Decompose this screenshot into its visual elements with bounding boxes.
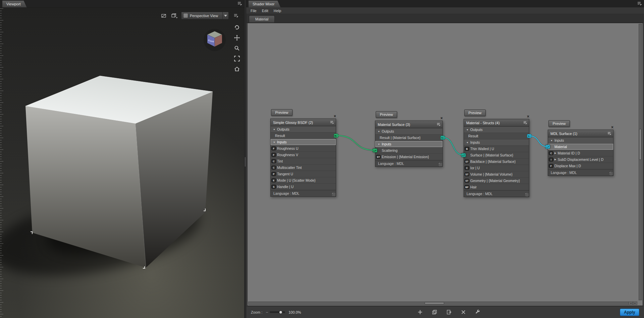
vertical-scrollbar[interactable] — [639, 24, 642, 300]
port-type-badge[interactable]: C — [271, 159, 276, 163]
delete-node-button[interactable] — [461, 309, 467, 315]
pan-tool-button[interactable] — [232, 34, 241, 42]
node-port-row[interactable]: CIor | U — [464, 165, 529, 171]
port-type-badge[interactable]: I — [549, 157, 553, 162]
port-type-badge[interactable]: ST — [461, 153, 466, 157]
expander-icon[interactable]: ▶ — [554, 152, 556, 154]
shader-node[interactable]: ×MDL Surface (1)▼InputsSTMaterialC▶Mater… — [548, 130, 613, 176]
port-type-badge[interactable]: F — [271, 146, 276, 150]
preview-button[interactable]: Preview — [271, 109, 292, 116]
preview-button[interactable]: Preview — [464, 109, 486, 116]
port-type-badge[interactable]: ST — [465, 172, 469, 176]
node-section-row[interactable]: ▼Inputs — [271, 139, 336, 145]
node-section-row[interactable]: ▼Inputs — [375, 141, 442, 147]
viewport-options-menu-icon[interactable] — [232, 12, 240, 19]
node-port-row[interactable]: C▶Material ID | D — [548, 150, 613, 156]
zoom-out-icon[interactable]: − — [266, 310, 268, 315]
panel-menu-icon[interactable] — [637, 1, 642, 6]
camera-view-dropdown[interactable]: Perspective View — [181, 12, 229, 19]
node-title-bar[interactable]: Material - Structs (4) — [464, 119, 529, 127]
close-node-icon[interactable]: × — [611, 125, 613, 129]
node-menu-icon[interactable] — [437, 123, 441, 126]
node-canvas[interactable]: ◂ ▸ Preview×Simple Glossy BSDF (2)▼Outpu… — [247, 23, 643, 306]
scroll-right-button[interactable]: ▸ — [633, 302, 637, 305]
node-menu-icon[interactable] — [607, 132, 611, 135]
view-navigation-cube[interactable]: Front — [200, 24, 229, 53]
port-type-badge[interactable]: P — [271, 172, 276, 176]
expander-icon[interactable]: ▶ — [554, 158, 556, 161]
vertical-scrollbar-handle[interactable] — [639, 129, 641, 160]
port-type-badge[interactable]: E — [271, 178, 276, 182]
node-menu-icon[interactable] — [330, 121, 334, 124]
zoom-slider[interactable] — [270, 311, 285, 313]
shader-node[interactable]: ×Simple Glossy BSDF (2)▼OutputsBFResult▼… — [270, 119, 336, 197]
port-type-badge[interactable]: ST — [440, 136, 445, 140]
node-port-row[interactable]: STGeometry | {Material Geometry} — [464, 178, 529, 184]
horizontal-scrollbar-handle[interactable] — [425, 302, 444, 304]
panel-menu-icon[interactable] — [237, 1, 242, 6]
shader-mixer-tab[interactable]: Shader Mixer — [249, 1, 280, 7]
apply-button[interactable]: Apply — [620, 309, 639, 316]
resize-grip-icon[interactable] — [332, 193, 335, 196]
draw-style-icon[interactable] — [170, 12, 178, 19]
port-type-badge[interactable]: S — [271, 185, 276, 189]
port-type-badge[interactable]: BF — [373, 148, 377, 152]
duplicate-node-button[interactable] — [432, 309, 438, 315]
viewport-tab[interactable]: Viewport — [2, 1, 27, 7]
node-port-row[interactable]: BFScattering — [375, 147, 442, 154]
preview-button[interactable]: Preview — [376, 111, 397, 118]
port-type-badge[interactable]: F — [549, 164, 553, 168]
node-port-row[interactable]: I▶SubD Displacement Level | D — [548, 156, 613, 163]
shader-node[interactable]: ×Material - Structs (4)▼OutputsSTResult▼… — [464, 119, 529, 197]
node-title-bar[interactable]: MDL Surface (1) — [548, 130, 613, 137]
port-type-badge[interactable]: C — [465, 166, 469, 170]
port-type-badge[interactable]: BF — [465, 185, 469, 189]
menu-help[interactable]: Help — [271, 8, 284, 13]
node-title-bar[interactable]: Simple Glossy BSDF (2) — [271, 119, 336, 126]
node-connection-wire[interactable] — [529, 136, 548, 147]
port-type-badge[interactable]: B — [465, 147, 469, 151]
home-tool-button[interactable] — [232, 65, 241, 73]
node-connection-wire[interactable] — [336, 136, 375, 150]
node-port-row[interactable]: BFHair — [464, 184, 529, 190]
port-type-badge[interactable]: ST — [527, 134, 532, 138]
node-port-row[interactable]: STSurface | {Material Surface} — [464, 152, 529, 158]
node-section-row[interactable]: ▼Outputs — [271, 126, 336, 133]
port-type-badge[interactable]: ST — [376, 155, 381, 159]
node-tools-button[interactable] — [475, 309, 481, 315]
port-type-badge[interactable]: ST — [465, 179, 469, 183]
resize-grip-icon[interactable] — [609, 172, 613, 175]
node-port-row[interactable]: STVolume | {Material Volume} — [464, 171, 529, 178]
menu-file[interactable]: File — [248, 8, 259, 13]
port-type-badge[interactable]: C — [271, 166, 276, 170]
horizontal-scrollbar[interactable] — [248, 302, 632, 305]
node-section-row[interactable]: ▼Outputs — [464, 127, 529, 133]
node-connection-wire[interactable] — [443, 138, 464, 155]
aspect-frame-icon[interactable] — [160, 12, 168, 19]
node-port-row[interactable]: CMultiscatter Tint — [271, 165, 336, 171]
frame-tool-button[interactable] — [232, 54, 241, 62]
node-port-row[interactable]: STResult | {Material Surface} — [375, 135, 442, 141]
node-port-row[interactable]: EMode | U {Scatter Mode} — [271, 177, 336, 184]
close-node-icon[interactable]: × — [440, 116, 443, 120]
node-menu-icon[interactable] — [523, 121, 527, 125]
scroll-left-button[interactable]: ◂ — [629, 302, 633, 305]
resize-grip-icon[interactable] — [525, 193, 529, 196]
paste-node-button[interactable] — [446, 309, 452, 315]
node-port-row[interactable]: CTint — [271, 158, 336, 165]
zoom-slider-knob[interactable] — [279, 311, 282, 314]
node-port-row[interactable]: STResult — [464, 133, 529, 139]
node-port-row[interactable]: BFResult — [271, 133, 336, 139]
panel-splitter[interactable] — [244, 0, 246, 318]
orbit-tool-button[interactable] — [232, 23, 241, 31]
port-type-badge[interactable]: C — [549, 151, 553, 155]
tab-material[interactable]: Material — [249, 15, 275, 22]
port-type-badge[interactable]: ST — [545, 145, 550, 149]
port-type-badge[interactable]: BF — [334, 134, 338, 138]
node-port-row[interactable]: BThin Walled | U — [464, 146, 529, 152]
node-port-row[interactable]: STMaterial — [548, 144, 613, 150]
resize-grip-icon[interactable] — [439, 163, 442, 166]
preview-button[interactable]: Preview — [548, 120, 570, 127]
node-port-row[interactable]: PTangent U — [271, 171, 336, 177]
menu-edit[interactable]: Edit — [259, 8, 271, 13]
